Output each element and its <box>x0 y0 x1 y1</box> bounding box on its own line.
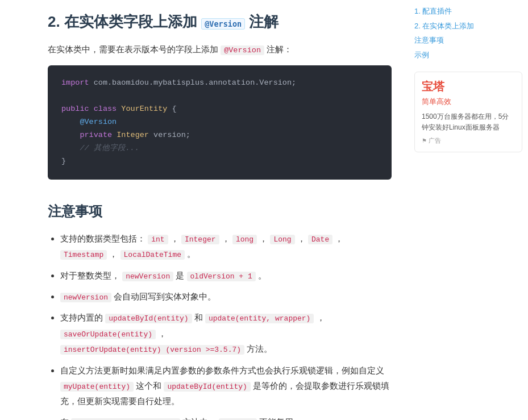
note1-code-date: Date <box>308 235 332 244</box>
toc-item-3[interactable]: 注意事项 <box>414 35 522 46</box>
code-pre: import com.baomidou.mybatisplus.annotati… <box>61 77 378 168</box>
note1-code-integer: Integer <box>181 235 219 244</box>
ad-label: 广告 <box>429 136 441 145</box>
note4-sep3: ， <box>158 328 167 338</box>
note5-code1: myUpate(entity) <box>60 382 134 392</box>
comment-line: // 其他字段... <box>80 144 139 152</box>
import-path: com.baomidou.mybatisplus.annotation.Vers… <box>94 78 292 87</box>
note1-sep1: ， <box>171 234 179 243</box>
list-item: 支持内置的 updateById(entity) 和 update(entity… <box>60 310 392 356</box>
note4-text: 支持内置的 <box>60 313 103 322</box>
field-modifier: private <box>80 131 112 139</box>
note1-code-long: long <box>232 235 257 244</box>
note2-code2: oldVersion + 1 <box>187 272 256 281</box>
notes-list: 支持的数据类型包括： int ， Integer ， long ， Long ，… <box>48 231 392 420</box>
note4-code4: insertOrUpdate(entity) (version >=3.5.7) <box>60 345 244 355</box>
sidebar: 1. 配直插件 2. 在实体类上添加 注意事项 示例 宝塔 简单高效 1500万… <box>414 0 528 420</box>
list-item: newVersion 会自动回写到实体对象中。 <box>60 289 392 304</box>
note5-text1: 自定义方法更新时如果满足内置参数的参数条件方式也会执行乐观锁逻辑，例如自定义 <box>60 365 384 375</box>
note1-suffix: 。 <box>187 249 196 259</box>
note2-code1: newVersion <box>122 272 173 281</box>
intro-text-suffix: 注解： <box>267 44 292 54</box>
note4-sep2: ， <box>317 313 325 322</box>
class-public-keyword: public <box>61 105 89 113</box>
note3-code1: newVersion <box>60 293 111 302</box>
toc-item-4[interactable]: 示例 <box>414 49 522 61</box>
note4-sep1: 和 <box>194 313 205 322</box>
class-keyword: class <box>94 105 117 113</box>
note3-text: 会自动回写到实体对象中。 <box>114 292 216 301</box>
ad-footer: ⚑ 广告 <box>422 136 515 145</box>
code-block: import com.baomidou.mybatisplus.annotati… <box>48 65 392 180</box>
list-item: 在 update(entity, wrapper) 方法中， wrapper 不… <box>60 414 392 420</box>
note2-text: 对于整数类型， <box>60 271 120 280</box>
note4-code3: saveOrUpdate(entity) <box>60 330 156 339</box>
ad-card: 宝塔 简单高效 1500万台服务器都在用，5分钟安装好Linux面板服务器 ⚑ … <box>414 72 522 152</box>
note1-sep3: ， <box>259 234 268 243</box>
note1-sep5: ， <box>335 234 343 243</box>
note4-code2: update(entity, wrapper) <box>205 314 314 323</box>
note1-text: 支持的数据类型包括： <box>60 234 145 243</box>
notes-title: 注意事项 <box>48 202 392 221</box>
ad-description: 1500万台服务器都在用，5分钟安装好Linux面板服务器 <box>422 111 515 133</box>
intro-paragraph: 在实体类中，需要在表示版本号的字段上添加 @Version 注解： <box>48 42 392 57</box>
note1-sep4: ， <box>297 234 306 243</box>
ad-icon: ⚑ <box>422 138 427 144</box>
toc-item-2[interactable]: 2. 在实体类上添加 <box>414 20 522 32</box>
note1-code-localdatetime: LocalDateTime <box>120 250 185 260</box>
ad-brand: 宝塔 <box>422 79 515 94</box>
note2-mid: 是 <box>176 271 186 280</box>
version-annotation-title: @Version <box>201 18 245 30</box>
field-name: version <box>153 131 186 139</box>
note1-code-timestamp: Timestamp <box>60 250 107 260</box>
note1-sep2: ， <box>222 234 230 243</box>
note4-code1: updateById(entity) <box>105 314 192 323</box>
ad-slogan: 简单高效 <box>422 97 515 107</box>
note2-suffix: 。 <box>258 271 267 280</box>
version-annotation: @Version <box>80 118 117 126</box>
main-content: 2. 在实体类字段上添加 @Version 注解 在实体类中，需要在表示版本号的… <box>0 0 414 420</box>
note1-code-int: int <box>148 235 168 244</box>
toc-container: 1. 配直插件 2. 在实体类上添加 注意事项 示例 <box>414 6 522 60</box>
list-item: 支持的数据类型包括： int ， Integer ， long ， Long ，… <box>60 231 392 262</box>
intro-annotation-code: @Version <box>221 45 264 55</box>
intro-text-before: 在实体类中，需要在表示版本号的字段上添加 <box>48 44 218 54</box>
note1-code-Long: Long <box>270 235 294 244</box>
field-type: Integer <box>117 131 149 139</box>
toc-item-1[interactable]: 1. 配直插件 <box>414 6 522 17</box>
note6-text1: 在 <box>60 417 71 420</box>
list-item: 自定义方法更新时如果满足内置参数的参数条件方式也会执行乐观锁逻辑，例如自定义 m… <box>60 363 392 409</box>
note5-mid1: 这个和 <box>136 381 164 390</box>
note1-sep6: ， <box>109 249 118 259</box>
note4-suffix: 方法。 <box>247 344 272 354</box>
note5-code2: updateById(entity) <box>164 382 250 392</box>
class-name: YourEntity <box>121 105 167 113</box>
list-item: 对于整数类型， newVersion 是 oldVersion + 1 。 <box>60 268 392 283</box>
note6-mid: 方法中， <box>182 417 217 420</box>
note6-suffix: 不能复用。 <box>259 417 302 420</box>
section-title: 2. 在实体类字段上添加 @Version 注解 <box>48 11 392 32</box>
import-keyword: import <box>61 78 89 87</box>
